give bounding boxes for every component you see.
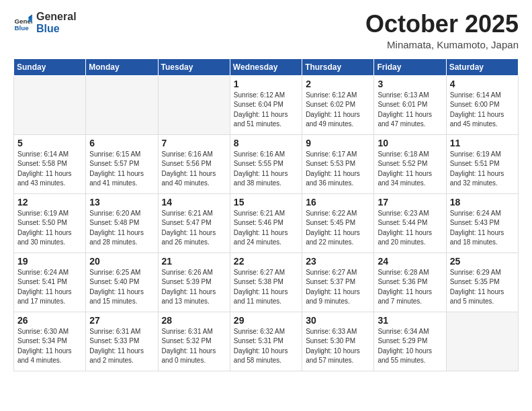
calendar-cell: 14Sunrise: 6:21 AM Sunset: 5:47 PM Dayli… — [158, 193, 230, 253]
week-row-4: 19Sunrise: 6:24 AM Sunset: 5:41 PM Dayli… — [14, 253, 519, 312]
cell-info: Sunrise: 6:26 AM Sunset: 5:39 PM Dayligh… — [162, 268, 226, 307]
calendar-cell: 20Sunrise: 6:25 AM Sunset: 5:40 PM Dayli… — [86, 253, 158, 312]
calendar-cell: 2Sunrise: 6:12 AM Sunset: 6:02 PM Daylig… — [302, 75, 374, 134]
day-number: 19 — [17, 256, 82, 267]
calendar-cell: 21Sunrise: 6:26 AM Sunset: 5:39 PM Dayli… — [158, 253, 230, 312]
calendar-cell: 26Sunrise: 6:30 AM Sunset: 5:34 PM Dayli… — [14, 312, 86, 371]
calendar-cell: 28Sunrise: 6:31 AM Sunset: 5:32 PM Dayli… — [158, 312, 230, 371]
calendar-cell — [446, 312, 518, 371]
calendar-cell: 29Sunrise: 6:32 AM Sunset: 5:31 PM Dayli… — [230, 312, 302, 371]
weekday-header-friday: Friday — [374, 58, 446, 75]
day-number: 17 — [378, 197, 442, 208]
calendar-cell: 10Sunrise: 6:18 AM Sunset: 5:52 PM Dayli… — [374, 134, 446, 193]
week-row-3: 12Sunrise: 6:19 AM Sunset: 5:50 PM Dayli… — [14, 193, 519, 253]
cell-info: Sunrise: 6:32 AM Sunset: 5:31 PM Dayligh… — [234, 327, 298, 366]
cell-info: Sunrise: 6:16 AM Sunset: 5:56 PM Dayligh… — [162, 150, 226, 189]
day-number: 7 — [162, 138, 226, 148]
day-number: 31 — [378, 315, 442, 326]
day-number: 26 — [17, 315, 82, 326]
day-number: 1 — [234, 79, 298, 89]
cell-info: Sunrise: 6:12 AM Sunset: 6:02 PM Dayligh… — [306, 91, 370, 130]
weekday-header-sunday: Sunday — [14, 58, 86, 75]
day-number: 9 — [306, 138, 370, 148]
calendar-cell: 16Sunrise: 6:22 AM Sunset: 5:45 PM Dayli… — [302, 193, 374, 253]
cell-info: Sunrise: 6:28 AM Sunset: 5:36 PM Dayligh… — [378, 268, 442, 307]
svg-text:Blue: Blue — [14, 24, 29, 32]
cell-info: Sunrise: 6:21 AM Sunset: 5:46 PM Dayligh… — [234, 209, 298, 248]
cell-info: Sunrise: 6:19 AM Sunset: 5:51 PM Dayligh… — [450, 150, 515, 189]
cell-info: Sunrise: 6:14 AM Sunset: 6:00 PM Dayligh… — [450, 91, 515, 130]
cell-info: Sunrise: 6:14 AM Sunset: 5:58 PM Dayligh… — [17, 150, 82, 189]
weekday-header-row: SundayMondayTuesdayWednesdayThursdayFrid… — [14, 58, 519, 75]
day-number: 10 — [378, 138, 442, 148]
page-header: General Blue General Blue October 2025 M… — [13, 11, 519, 50]
day-number: 8 — [234, 138, 298, 148]
calendar-cell: 9Sunrise: 6:17 AM Sunset: 5:53 PM Daylig… — [302, 134, 374, 193]
calendar-table: SundayMondayTuesdayWednesdayThursdayFrid… — [13, 58, 519, 371]
day-number: 21 — [162, 256, 226, 267]
calendar-cell: 13Sunrise: 6:20 AM Sunset: 5:48 PM Dayli… — [86, 193, 158, 253]
calendar-cell: 4Sunrise: 6:14 AM Sunset: 6:00 PM Daylig… — [446, 75, 518, 134]
calendar-cell: 1Sunrise: 6:12 AM Sunset: 6:04 PM Daylig… — [230, 75, 302, 134]
day-number: 11 — [450, 138, 515, 148]
calendar-cell: 27Sunrise: 6:31 AM Sunset: 5:33 PM Dayli… — [86, 312, 158, 371]
logo: General Blue General Blue — [13, 11, 77, 34]
day-number: 2 — [306, 79, 370, 89]
cell-info: Sunrise: 6:20 AM Sunset: 5:48 PM Dayligh… — [89, 209, 154, 248]
day-number: 24 — [378, 256, 442, 267]
title-area: October 2025 Minamata, Kumamoto, Japan — [365, 11, 519, 50]
weekday-header-monday: Monday — [86, 58, 158, 75]
calendar-cell: 25Sunrise: 6:29 AM Sunset: 5:35 PM Dayli… — [446, 253, 518, 312]
day-number: 27 — [89, 315, 154, 326]
weekday-header-wednesday: Wednesday — [230, 58, 302, 75]
cell-info: Sunrise: 6:24 AM Sunset: 5:41 PM Dayligh… — [17, 268, 82, 307]
calendar-cell: 18Sunrise: 6:24 AM Sunset: 5:43 PM Dayli… — [446, 193, 518, 253]
week-row-1: 1Sunrise: 6:12 AM Sunset: 6:04 PM Daylig… — [14, 75, 519, 134]
cell-info: Sunrise: 6:15 AM Sunset: 5:57 PM Dayligh… — [89, 150, 154, 189]
location: Minamata, Kumamoto, Japan — [365, 39, 519, 50]
calendar-cell: 19Sunrise: 6:24 AM Sunset: 5:41 PM Dayli… — [14, 253, 86, 312]
cell-info: Sunrise: 6:16 AM Sunset: 5:55 PM Dayligh… — [234, 150, 298, 189]
week-row-5: 26Sunrise: 6:30 AM Sunset: 5:34 PM Dayli… — [14, 312, 519, 371]
cell-info: Sunrise: 6:22 AM Sunset: 5:45 PM Dayligh… — [306, 209, 370, 248]
cell-info: Sunrise: 6:33 AM Sunset: 5:30 PM Dayligh… — [306, 327, 370, 366]
calendar-cell: 24Sunrise: 6:28 AM Sunset: 5:36 PM Dayli… — [374, 253, 446, 312]
cell-info: Sunrise: 6:27 AM Sunset: 5:38 PM Dayligh… — [234, 268, 298, 307]
day-number: 23 — [306, 256, 370, 267]
day-number: 29 — [234, 315, 298, 326]
calendar-cell — [14, 75, 86, 134]
calendar-cell: 7Sunrise: 6:16 AM Sunset: 5:56 PM Daylig… — [158, 134, 230, 193]
calendar-cell: 3Sunrise: 6:13 AM Sunset: 6:01 PM Daylig… — [374, 75, 446, 134]
day-number: 15 — [234, 197, 298, 208]
cell-info: Sunrise: 6:34 AM Sunset: 5:29 PM Dayligh… — [378, 327, 442, 366]
calendar-cell: 11Sunrise: 6:19 AM Sunset: 5:51 PM Dayli… — [446, 134, 518, 193]
cell-info: Sunrise: 6:31 AM Sunset: 5:32 PM Dayligh… — [162, 327, 226, 366]
calendar-cell: 23Sunrise: 6:27 AM Sunset: 5:37 PM Dayli… — [302, 253, 374, 312]
logo-blue-text: Blue — [36, 23, 77, 35]
cell-info: Sunrise: 6:27 AM Sunset: 5:37 PM Dayligh… — [306, 268, 370, 307]
day-number: 30 — [306, 315, 370, 326]
day-number: 16 — [306, 197, 370, 208]
cell-info: Sunrise: 6:29 AM Sunset: 5:35 PM Dayligh… — [450, 268, 515, 307]
cell-info: Sunrise: 6:30 AM Sunset: 5:34 PM Dayligh… — [17, 327, 82, 366]
cell-info: Sunrise: 6:31 AM Sunset: 5:33 PM Dayligh… — [89, 327, 154, 366]
calendar-cell: 6Sunrise: 6:15 AM Sunset: 5:57 PM Daylig… — [86, 134, 158, 193]
weekday-header-thursday: Thursday — [302, 58, 374, 75]
cell-info: Sunrise: 6:17 AM Sunset: 5:53 PM Dayligh… — [306, 150, 370, 189]
calendar-cell — [86, 75, 158, 134]
cell-info: Sunrise: 6:12 AM Sunset: 6:04 PM Dayligh… — [234, 91, 298, 130]
weekday-header-saturday: Saturday — [446, 58, 518, 75]
cell-info: Sunrise: 6:24 AM Sunset: 5:43 PM Dayligh… — [450, 209, 515, 248]
cell-info: Sunrise: 6:18 AM Sunset: 5:52 PM Dayligh… — [378, 150, 442, 189]
calendar-cell: 17Sunrise: 6:23 AM Sunset: 5:44 PM Dayli… — [374, 193, 446, 253]
month-title: October 2025 — [365, 11, 519, 38]
calendar-cell: 5Sunrise: 6:14 AM Sunset: 5:58 PM Daylig… — [14, 134, 86, 193]
cell-info: Sunrise: 6:23 AM Sunset: 5:44 PM Dayligh… — [378, 209, 442, 248]
week-row-2: 5Sunrise: 6:14 AM Sunset: 5:58 PM Daylig… — [14, 134, 519, 193]
day-number: 25 — [450, 256, 515, 267]
calendar-cell: 8Sunrise: 6:16 AM Sunset: 5:55 PM Daylig… — [230, 134, 302, 193]
cell-info: Sunrise: 6:21 AM Sunset: 5:47 PM Dayligh… — [162, 209, 226, 248]
calendar-cell: 15Sunrise: 6:21 AM Sunset: 5:46 PM Dayli… — [230, 193, 302, 253]
calendar-cell: 31Sunrise: 6:34 AM Sunset: 5:29 PM Dayli… — [374, 312, 446, 371]
weekday-header-tuesday: Tuesday — [158, 58, 230, 75]
